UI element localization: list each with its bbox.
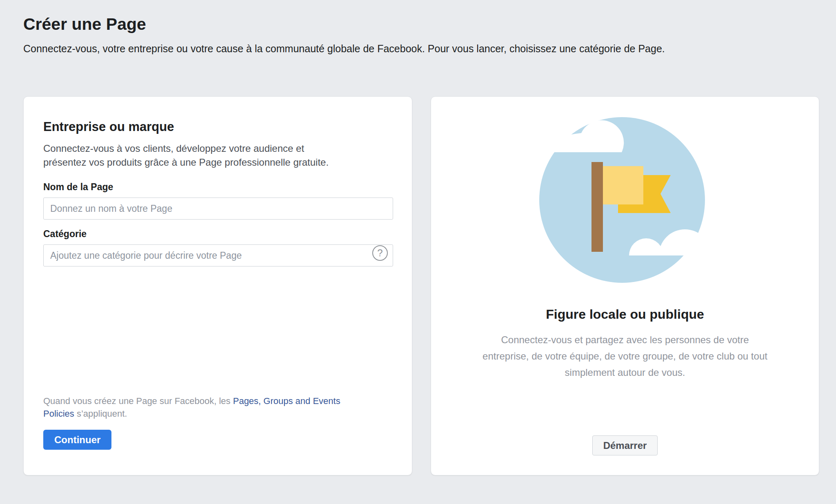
policy-text-after: s’appliquent. xyxy=(74,409,127,419)
community-card-description: Connectez-vous et partagez avec les pers… xyxy=(482,332,767,381)
card-business-or-brand: Entreprise ou marque Connectez-vous à vo… xyxy=(23,96,412,475)
category-input[interactable] xyxy=(43,244,393,266)
page-name-label: Nom de la Page xyxy=(43,182,113,193)
continue-button[interactable]: Continuer xyxy=(43,430,111,450)
community-card-title: Figure locale ou publique xyxy=(546,307,704,322)
flag-in-sky-illustration xyxy=(529,112,721,283)
page-header: Créer une Page Connectez-vous, votre ent… xyxy=(23,15,819,55)
cloud-top-left-icon xyxy=(530,120,624,152)
start-button[interactable]: Démarrer xyxy=(592,435,658,455)
card-community-or-public-figure: Figure locale ou publique Connectez-vous… xyxy=(431,96,819,475)
flag-pole xyxy=(591,162,603,252)
category-input-wrap: ? xyxy=(43,240,393,266)
policy-text-before: Quand vous créez une Page sur Facebook, … xyxy=(43,396,233,406)
page-title: Créer une Page xyxy=(23,15,819,34)
help-icon[interactable]: ? xyxy=(372,245,388,261)
create-page-screen: Créer une Page Connectez-vous, votre ent… xyxy=(0,0,836,475)
business-card-title: Entreprise ou marque xyxy=(43,120,174,134)
policy-note: Quand vous créez une Page sur Facebook, … xyxy=(43,395,370,420)
flag-banner-light xyxy=(603,166,643,204)
business-card-description: Connectez-vous à vos clients, développez… xyxy=(43,142,329,169)
page-subtitle: Connectez-vous, votre entreprise ou votr… xyxy=(23,43,819,55)
category-label: Catégorie xyxy=(43,229,87,240)
page-name-input[interactable] xyxy=(43,198,393,220)
category-cards: Entreprise ou marque Connectez-vous à vo… xyxy=(23,96,819,475)
